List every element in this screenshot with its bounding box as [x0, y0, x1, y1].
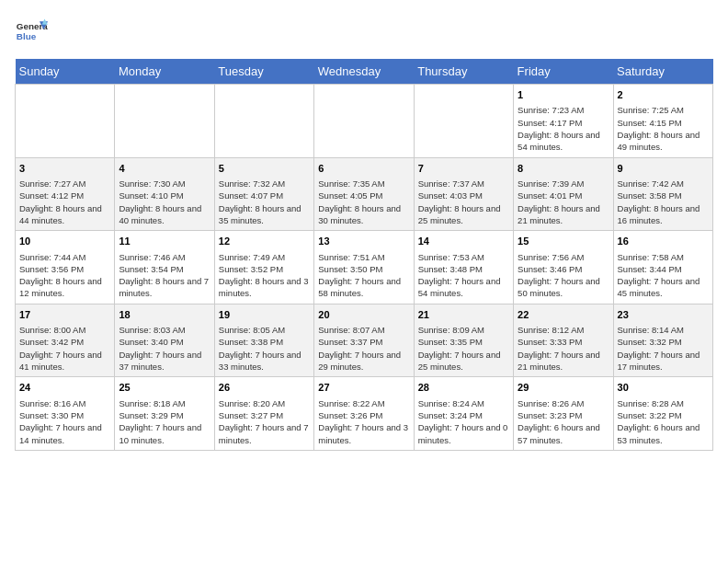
day-number: 5: [219, 162, 310, 176]
day-info: Sunrise: 8:26 AMSunset: 3:23 PMDaylight:…: [518, 397, 609, 446]
day-info: Sunrise: 7:37 AMSunset: 4:03 PMDaylight:…: [418, 178, 509, 226]
day-number: 11: [119, 235, 210, 248]
day-number: 23: [618, 308, 709, 322]
day-number: 4: [119, 162, 210, 176]
calendar-cell: [214, 85, 313, 158]
day-number: 24: [19, 381, 110, 395]
day-number: 21: [418, 308, 509, 322]
calendar-cell: 6Sunrise: 7:35 AMSunset: 4:05 PMDaylight…: [314, 157, 414, 231]
day-info: Sunrise: 8:14 AMSunset: 3:32 PMDaylight:…: [618, 324, 709, 373]
day-info: Sunrise: 7:56 AMSunset: 3:46 PMDaylight:…: [518, 251, 609, 300]
day-number: 19: [219, 308, 310, 322]
day-info: Sunrise: 8:28 AMSunset: 3:22 PMDaylight:…: [618, 397, 709, 446]
calendar-cell: 5Sunrise: 7:32 AMSunset: 4:07 PMDaylight…: [214, 157, 313, 231]
header: General Blue: [15, 15, 713, 48]
day-number: 18: [119, 308, 210, 322]
day-info: Sunrise: 8:12 AMSunset: 3:33 PMDaylight:…: [518, 324, 609, 373]
calendar-cell: 19Sunrise: 8:05 AMSunset: 3:38 PMDayligh…: [214, 304, 313, 377]
day-info: Sunrise: 7:42 AMSunset: 3:58 PMDaylight:…: [618, 178, 709, 226]
day-info: Sunrise: 8:05 AMSunset: 3:38 PMDaylight:…: [219, 324, 310, 373]
day-number: 3: [19, 162, 110, 176]
day-number: 10: [19, 235, 110, 248]
weekday-monday: Monday: [115, 59, 214, 85]
logo: General Blue: [15, 15, 48, 48]
calendar-cell: 24Sunrise: 8:16 AMSunset: 3:30 PMDayligh…: [16, 377, 115, 451]
day-info: Sunrise: 8:18 AMSunset: 3:29 PMDaylight:…: [119, 397, 210, 446]
weekday-wednesday: Wednesday: [314, 59, 414, 85]
calendar-cell: 28Sunrise: 8:24 AMSunset: 3:24 PMDayligh…: [414, 377, 513, 451]
weekday-thursday: Thursday: [414, 59, 513, 85]
day-number: 9: [618, 162, 709, 176]
day-number: 12: [219, 235, 310, 248]
calendar-cell: 22Sunrise: 8:12 AMSunset: 3:33 PMDayligh…: [514, 304, 613, 377]
day-info: Sunrise: 7:25 AMSunset: 4:15 PMDaylight:…: [618, 104, 709, 153]
day-number: 17: [19, 308, 110, 322]
calendar-cell: 13Sunrise: 7:51 AMSunset: 3:50 PMDayligh…: [314, 231, 414, 304]
calendar: SundayMondayTuesdayWednesdayThursdayFrid…: [15, 59, 713, 451]
day-number: 6: [318, 162, 409, 176]
calendar-cell: 16Sunrise: 7:58 AMSunset: 3:44 PMDayligh…: [613, 231, 712, 304]
day-info: Sunrise: 8:22 AMSunset: 3:26 PMDaylight:…: [318, 397, 409, 446]
weekday-tuesday: Tuesday: [214, 59, 313, 85]
day-number: 28: [418, 381, 509, 395]
day-info: Sunrise: 7:35 AMSunset: 4:05 PMDaylight:…: [318, 178, 409, 226]
day-number: 20: [318, 308, 409, 322]
calendar-cell: 2Sunrise: 7:25 AMSunset: 4:15 PMDaylight…: [613, 85, 712, 158]
calendar-cell: 4Sunrise: 7:30 AMSunset: 4:10 PMDaylight…: [115, 157, 214, 231]
day-info: Sunrise: 7:32 AMSunset: 4:07 PMDaylight:…: [219, 178, 310, 226]
day-info: Sunrise: 7:49 AMSunset: 3:52 PMDaylight:…: [219, 251, 310, 300]
week-row-4: 17Sunrise: 8:00 AMSunset: 3:42 PMDayligh…: [16, 304, 713, 377]
calendar-cell: 17Sunrise: 8:00 AMSunset: 3:42 PMDayligh…: [16, 304, 115, 377]
day-info: Sunrise: 7:30 AMSunset: 4:10 PMDaylight:…: [119, 178, 210, 226]
week-row-5: 24Sunrise: 8:16 AMSunset: 3:30 PMDayligh…: [16, 377, 713, 451]
day-info: Sunrise: 7:27 AMSunset: 4:12 PMDaylight:…: [19, 178, 110, 226]
day-info: Sunrise: 8:03 AMSunset: 3:40 PMDaylight:…: [119, 324, 210, 373]
weekday-header-row: SundayMondayTuesdayWednesdayThursdayFrid…: [16, 59, 713, 85]
calendar-cell: 27Sunrise: 8:22 AMSunset: 3:26 PMDayligh…: [314, 377, 414, 451]
calendar-cell: 23Sunrise: 8:14 AMSunset: 3:32 PMDayligh…: [613, 304, 712, 377]
day-info: Sunrise: 7:44 AMSunset: 3:56 PMDaylight:…: [19, 251, 110, 300]
calendar-cell: 14Sunrise: 7:53 AMSunset: 3:48 PMDayligh…: [414, 231, 513, 304]
day-number: 1: [518, 88, 609, 102]
day-info: Sunrise: 8:00 AMSunset: 3:42 PMDaylight:…: [19, 324, 110, 373]
day-number: 22: [518, 308, 609, 322]
svg-text:Blue: Blue: [17, 31, 37, 41]
day-number: 2: [618, 88, 709, 102]
calendar-cell: 12Sunrise: 7:49 AMSunset: 3:52 PMDayligh…: [214, 231, 313, 304]
calendar-cell: 7Sunrise: 7:37 AMSunset: 4:03 PMDaylight…: [414, 157, 513, 231]
calendar-cell: [115, 85, 214, 158]
calendar-cell: 8Sunrise: 7:39 AMSunset: 4:01 PMDaylight…: [514, 157, 613, 231]
day-info: Sunrise: 7:39 AMSunset: 4:01 PMDaylight:…: [518, 178, 609, 226]
calendar-cell: 1Sunrise: 7:23 AMSunset: 4:17 PMDaylight…: [514, 85, 613, 158]
day-info: Sunrise: 7:53 AMSunset: 3:48 PMDaylight:…: [418, 251, 509, 300]
week-row-1: 1Sunrise: 7:23 AMSunset: 4:17 PMDaylight…: [16, 85, 713, 158]
week-row-3: 10Sunrise: 7:44 AMSunset: 3:56 PMDayligh…: [16, 231, 713, 304]
day-info: Sunrise: 7:23 AMSunset: 4:17 PMDaylight:…: [518, 104, 609, 153]
calendar-cell: 20Sunrise: 8:07 AMSunset: 3:37 PMDayligh…: [314, 304, 414, 377]
calendar-cell: 30Sunrise: 8:28 AMSunset: 3:22 PMDayligh…: [613, 377, 712, 451]
day-number: 25: [119, 381, 210, 395]
day-info: Sunrise: 7:51 AMSunset: 3:50 PMDaylight:…: [318, 251, 409, 300]
calendar-cell: 25Sunrise: 8:18 AMSunset: 3:29 PMDayligh…: [115, 377, 214, 451]
calendar-cell: [314, 85, 414, 158]
calendar-cell: [414, 85, 513, 158]
day-info: Sunrise: 8:09 AMSunset: 3:35 PMDaylight:…: [418, 324, 509, 373]
calendar-cell: 21Sunrise: 8:09 AMSunset: 3:35 PMDayligh…: [414, 304, 513, 377]
week-row-2: 3Sunrise: 7:27 AMSunset: 4:12 PMDaylight…: [16, 157, 713, 231]
calendar-cell: 11Sunrise: 7:46 AMSunset: 3:54 PMDayligh…: [115, 231, 214, 304]
day-number: 8: [518, 162, 609, 176]
day-number: 29: [518, 381, 609, 395]
calendar-cell: 10Sunrise: 7:44 AMSunset: 3:56 PMDayligh…: [16, 231, 115, 304]
calendar-cell: [16, 85, 115, 158]
calendar-cell: 18Sunrise: 8:03 AMSunset: 3:40 PMDayligh…: [115, 304, 214, 377]
logo-icon: General Blue: [15, 15, 48, 48]
day-number: 27: [318, 381, 409, 395]
day-info: Sunrise: 7:46 AMSunset: 3:54 PMDaylight:…: [119, 251, 210, 300]
day-number: 30: [618, 381, 709, 395]
day-number: 14: [418, 235, 509, 248]
day-info: Sunrise: 8:24 AMSunset: 3:24 PMDaylight:…: [418, 397, 509, 446]
day-info: Sunrise: 8:20 AMSunset: 3:27 PMDaylight:…: [219, 397, 310, 446]
day-number: 7: [418, 162, 509, 176]
day-number: 13: [318, 235, 409, 248]
day-number: 15: [518, 235, 609, 248]
